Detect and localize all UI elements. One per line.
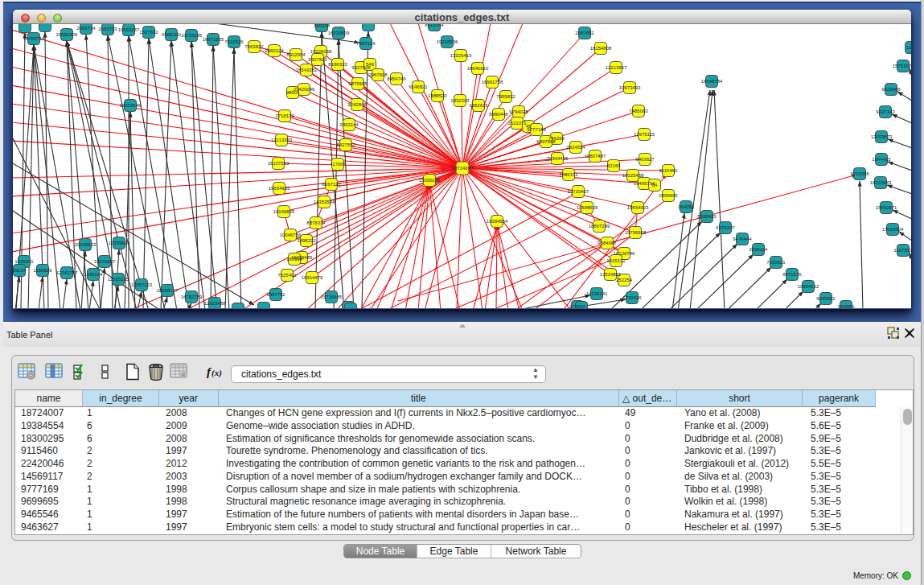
svg-text:20206533: 20206533	[75, 242, 97, 247]
svg-text:(x): (x)	[211, 368, 222, 378]
svg-text:19756928: 19756928	[625, 230, 647, 235]
svg-text:7515526: 7515526	[224, 39, 244, 44]
svg-text:3624554: 3624554	[566, 145, 585, 150]
svg-text:18807249: 18807249	[589, 224, 610, 229]
svg-text:417006: 417006	[330, 162, 347, 167]
svg-text:3215958: 3215958	[850, 171, 869, 176]
svg-text:20691406: 20691406	[56, 32, 78, 37]
svg-text:2718170: 2718170	[275, 113, 294, 118]
svg-text:12213363: 12213363	[271, 138, 293, 142]
svg-text:1733426: 1733426	[622, 295, 642, 300]
svg-text:16033809: 16033809	[328, 31, 350, 35]
svg-text:1156829: 1156829	[34, 268, 53, 273]
svg-text:19975867: 19975867	[94, 259, 116, 264]
svg-text:173342: 173342	[569, 304, 586, 308]
svg-text:10973493: 10973493	[619, 85, 641, 90]
svg-text:1167533: 1167533	[894, 248, 911, 253]
svg-text:160338: 160338	[314, 24, 331, 28]
svg-text:98901: 98901	[286, 90, 300, 95]
svg-text:17359924: 17359924	[109, 241, 130, 245]
svg-text:9327503: 9327503	[308, 57, 327, 62]
svg-text:0899695: 0899695	[659, 193, 678, 198]
svg-text:9146821: 9146821	[409, 84, 428, 89]
svg-text:29053346: 29053346	[120, 103, 142, 108]
svg-text:8427552: 8427552	[336, 142, 355, 147]
svg-text:10688609: 10688609	[577, 205, 598, 210]
svg-text:1527602: 1527602	[139, 30, 158, 35]
svg-text:16961758: 16961758	[482, 80, 503, 84]
svg-text:62160: 62160	[607, 163, 621, 168]
svg-text:2803144: 2803144	[339, 122, 359, 127]
svg-text:14055714: 14055714	[23, 36, 45, 41]
svg-text:160994: 160994	[286, 257, 303, 262]
svg-text:15720407: 15720407	[568, 189, 589, 194]
svg-text:2935114: 2935114	[749, 247, 769, 252]
svg-text:19654925: 19654925	[269, 186, 290, 191]
svg-text:164093: 164093	[678, 204, 695, 209]
svg-text:7955812: 7955812	[496, 94, 515, 99]
svg-text:18724007: 18724007	[452, 166, 474, 171]
svg-text:6497568: 6497568	[536, 139, 556, 144]
svg-text:9960124: 9960124	[265, 48, 284, 53]
svg-text:16120746: 16120746	[614, 251, 635, 256]
svg-text:9857791: 9857791	[266, 292, 285, 297]
svg-text:2087682: 2087682	[575, 31, 594, 35]
svg-text:12093873: 12093873	[871, 134, 893, 139]
svg-text:84: 84	[652, 183, 658, 187]
svg-text:12213967: 12213967	[606, 65, 627, 70]
svg-text:7625402: 7625402	[277, 273, 297, 278]
svg-text:546: 546	[366, 62, 375, 67]
svg-text:8912954: 8912954	[286, 52, 306, 57]
svg-text:16671355: 16671355	[203, 37, 224, 42]
svg-text:15751074: 15751074	[893, 64, 911, 68]
svg-text:8990448: 8990448	[489, 112, 508, 117]
svg-text:16154808: 16154808	[590, 46, 612, 51]
svg-text:16210643: 16210643	[870, 180, 892, 185]
svg-text:9329966: 9329966	[881, 87, 901, 92]
svg-text:3498222: 3498222	[297, 238, 316, 243]
svg-text:14353594: 14353594	[314, 200, 335, 204]
svg-text:9684067: 9684067	[598, 241, 617, 245]
svg-text:8186323: 8186323	[328, 62, 347, 67]
svg-text:16107553: 16107553	[268, 161, 290, 166]
svg-text:13524851: 13524851	[600, 272, 622, 277]
svg-text:10654122: 10654122	[798, 284, 819, 289]
svg-text:16914479: 16914479	[302, 275, 323, 280]
svg-text:16782759: 16782759	[181, 295, 203, 299]
svg-text:16648784: 16648784	[701, 79, 723, 84]
svg-text:924565: 924565	[838, 304, 855, 308]
svg-text:17957223: 17957223	[131, 282, 153, 287]
svg-text:10958107: 10958107	[157, 288, 179, 293]
svg-text:12342737: 12342737	[56, 270, 78, 275]
svg-text:2967608: 2967608	[368, 72, 388, 77]
svg-text:2063714: 2063714	[76, 26, 96, 31]
svg-text:18300295: 18300295	[419, 178, 441, 183]
svg-text:1635061: 1635061	[14, 259, 34, 264]
svg-text:1117: 1117	[906, 45, 911, 50]
svg-text:12505135: 12505135	[108, 277, 129, 282]
svg-text:9474444: 9474444	[733, 237, 752, 241]
svg-text:1588520: 1588520	[428, 93, 447, 98]
svg-text:15692971: 15692971	[876, 205, 897, 210]
svg-text:17016504: 17016504	[882, 227, 904, 232]
svg-text:7663822: 7663822	[244, 44, 264, 49]
svg-text:13325419: 13325419	[450, 53, 472, 58]
svg-text:19654923: 19654923	[627, 205, 649, 210]
svg-text:9115460: 9115460	[659, 168, 679, 173]
svg-text:2063733: 2063733	[98, 27, 117, 31]
svg-text:14136141: 14136141	[586, 291, 608, 296]
svg-text:6379197: 6379197	[716, 225, 735, 230]
svg-text:7485063: 7485063	[629, 109, 648, 113]
svg-text:7632621: 7632621	[766, 260, 786, 265]
svg-text:10653267: 10653267	[118, 27, 140, 32]
svg-text:9245652: 9245652	[816, 296, 836, 301]
svg-text:19218506: 19218506	[437, 39, 458, 44]
svg-text:9463627: 9463627	[635, 157, 655, 162]
svg-text:19384554: 19384554	[487, 219, 508, 224]
svg-text:1244415: 1244415	[872, 157, 891, 162]
svg-text:1145194: 1145194	[84, 272, 104, 277]
svg-text:3875685: 3875685	[348, 81, 368, 86]
svg-text:8471676: 8471676	[782, 272, 802, 277]
svg-text:10807487: 10807487	[585, 154, 606, 159]
svg-text:10719185: 10719185	[181, 33, 203, 38]
